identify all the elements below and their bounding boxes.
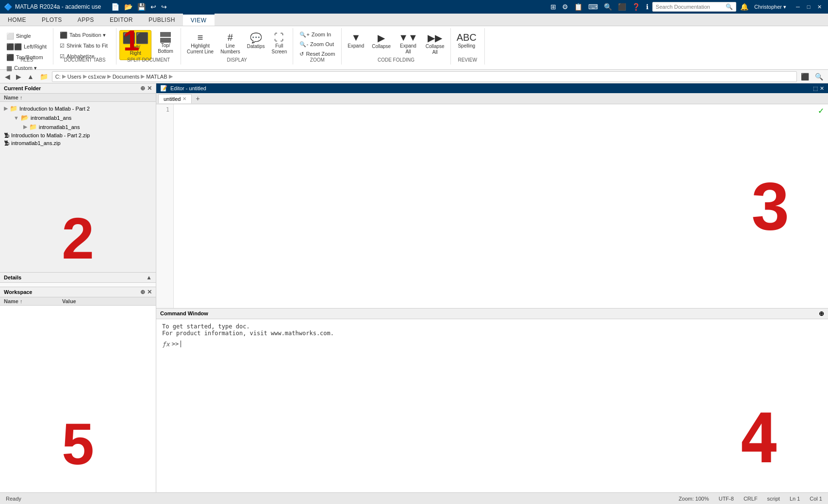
icon6[interactable]: ⬛ — [616, 2, 628, 12]
left-right-tile-btn[interactable]: ⬛⬛ Left/Right — [3, 42, 50, 51]
back-btn[interactable]: ◀ — [3, 72, 12, 81]
folder-close-btn[interactable]: ✕ — [147, 85, 152, 92]
datatips-btn[interactable]: 💬 Datatips — [244, 30, 268, 60]
close-btn[interactable]: ✕ — [814, 2, 824, 12]
add-tab-btn[interactable]: + — [192, 93, 203, 104]
up-btn[interactable]: ▲ — [25, 72, 36, 81]
icon2[interactable]: ⚙ — [560, 2, 570, 12]
command-window: Command Window ⊕ To get started, type do… — [156, 309, 828, 492]
zip-icon-1: 🗜 — [4, 132, 9, 138]
ribbon-group-tiles: ⬜ Single ⬛⬛ Left/Right ⬛ Top/Bottom ▦ Cu… — [0, 28, 53, 65]
cmd-line1: To get started, type doc. — [162, 323, 822, 330]
split-group-label: SPLIT DOCUMENT — [116, 56, 181, 64]
folder-item-intromatlab1ans-sub[interactable]: ▶ 📁 intromatlab1_ans — [0, 122, 156, 131]
menu-home[interactable]: HOME — [0, 14, 34, 26]
workspace-expand-btn[interactable]: ⊕ — [140, 289, 145, 295]
single-tile-btn[interactable]: ⬜ Single — [3, 31, 50, 41]
ribbon-group-review: ABC Spelling REVIEW — [451, 28, 485, 65]
workspace-close-btn[interactable]: ✕ — [147, 289, 152, 295]
editor-content[interactable] — [174, 104, 828, 308]
app-icon: 🔷 — [4, 3, 12, 11]
folder-col-header: Name ↑ — [0, 94, 156, 102]
collapse-all-btn[interactable]: ▶▶ CollapseAll — [423, 30, 447, 60]
split-left-right-btn[interactable]: ⬛⬛ Left/Right — [119, 30, 151, 60]
editor-close-btn[interactable]: ✕ — [820, 85, 824, 92]
status-right: Zoom: 100% UTF-8 CRLF script Ln 1 Col 1 — [679, 496, 822, 502]
editor-undock-btn[interactable]: ⬚ — [813, 85, 818, 92]
tab-close-btn[interactable]: ✕ — [182, 96, 186, 101]
spelling-icon: ABC — [457, 32, 477, 43]
tabs-position-btn[interactable]: ⬛ Tabs Position ▾ — [56, 30, 109, 40]
folder-icon-3: 📁 — [29, 123, 37, 130]
minimize-btn[interactable]: ─ — [793, 2, 803, 12]
spelling-btn[interactable]: ABC Spelling — [454, 30, 480, 60]
shrink-tabs-btn[interactable]: ☑ Shrink Tabs to Fit — [56, 41, 111, 50]
workspace-panel: Workspace ⊕ ✕ Name ↑ Value 5 — [0, 287, 156, 492]
forward-btn[interactable]: ▶ — [14, 72, 23, 81]
user-icon[interactable]: Christopher ▾ — [752, 3, 788, 11]
notification-icon[interactable]: 🔔 — [738, 2, 750, 12]
folder-item-intromatlab1ans[interactable]: ▼ 📂 intromatlab1_ans — [0, 113, 156, 122]
folder-item-intromatlab1ans-zip[interactable]: 🗜 intromatlab1_ans.zip — [0, 139, 156, 147]
folder-expand-btn[interactable]: ⊕ — [140, 85, 145, 92]
expand-all-btn[interactable]: ▼▼ ExpandAll — [396, 30, 421, 60]
icon5[interactable]: 🔍 — [602, 2, 614, 12]
cmd-expand-btn[interactable]: ⊕ — [819, 310, 824, 317]
addr-matlab: MATLAB — [146, 74, 167, 80]
zoom-in-btn[interactable]: 🔍+ Zoom In — [296, 30, 334, 39]
line-numbers-btn[interactable]: # LineNumbers — [217, 30, 243, 60]
icon8[interactable]: ℹ — [644, 2, 650, 12]
shrink-tabs-icon: ☑ — [60, 43, 65, 49]
app-title: MATLAB R2024a - academic use — [15, 3, 101, 10]
window-controls: ⊞ ⚙ 📋 ⌨ 🔍 ⬛ ❓ ℹ 🔍 🔔 Christopher ▾ ─ □ ✕ — [548, 2, 824, 12]
folding-group-label: CODE FOLDING — [342, 56, 450, 64]
save-btn[interactable]: 💾 — [136, 2, 147, 11]
title-bar: 🔷 MATLAB R2024a - academic use 📄 📂 💾 ↩ ↪… — [0, 0, 828, 14]
cmd-body[interactable]: To get started, type doc. For product in… — [156, 319, 828, 492]
search-documentation[interactable]: 🔍 — [652, 2, 736, 12]
zoom-out-icon: 🔍- — [299, 41, 308, 48]
undo-btn[interactable]: ↩ — [149, 2, 158, 11]
maximize-btn[interactable]: □ — [804, 2, 813, 12]
expand-btn[interactable]: ▼ Expand — [345, 30, 367, 60]
details-collapse-btn[interactable]: ▲ — [146, 274, 152, 281]
redo-btn[interactable]: ↪ — [160, 2, 168, 11]
toolbar: ◀ ▶ ▲ 📁 C: ▶ Users ▶ cs1xcw ▶ Documents … — [0, 70, 828, 83]
title-left: 🔷 MATLAB R2024a - academic use 📄 📂 💾 ↩ ↪ — [4, 2, 168, 11]
folder-item-intro2[interactable]: ▶ 📁 Introduction to Matlab - Part 2 — [0, 104, 156, 113]
workspace-header: Workspace ⊕ ✕ — [0, 287, 156, 297]
editor-status-ok: ✓ — [818, 106, 824, 115]
menu-apps[interactable]: APPS — [70, 14, 102, 26]
address-bar[interactable]: C: ▶ Users ▶ cs1xcw ▶ Documents ▶ MATLAB… — [52, 71, 797, 82]
menu-publish[interactable]: PUBLISH — [141, 14, 183, 26]
icon1[interactable]: ⊞ — [548, 2, 558, 12]
ws-name-col: Name ↑ — [4, 298, 62, 304]
icon4[interactable]: ⌨ — [586, 2, 600, 12]
menu-view[interactable]: VIEW — [183, 14, 215, 26]
zoom-out-btn[interactable]: 🔍- Zoom Out — [296, 40, 337, 49]
full-screen-btn[interactable]: ⛶ FullScreen — [268, 30, 290, 60]
collapse-btn[interactable]: ▶ Collapse — [369, 30, 394, 60]
ribbon-group-display: ≡ HighlightCurrent Line # LineNumbers 💬 … — [181, 28, 293, 65]
custom-tile-btn[interactable]: ▦ Custom ▾ — [3, 63, 50, 73]
split-top-bottom-btn[interactable]: Top/Bottom — [153, 30, 178, 60]
menu-editor[interactable]: EDITOR — [102, 14, 141, 26]
folder-item-intro2-zip[interactable]: 🗜 Introduction to Matlab - Part 2.zip — [0, 131, 156, 139]
help-icon[interactable]: ❓ — [630, 2, 642, 12]
icon3[interactable]: 📋 — [572, 2, 584, 12]
editor-tab-untitled[interactable]: untitled ✕ — [158, 94, 192, 103]
new-file-btn[interactable]: 📄 — [110, 2, 121, 11]
zoom-group-label: ZOOM — [293, 56, 341, 64]
status-eol: CRLF — [744, 496, 758, 502]
expand-addr-btn[interactable]: ⬛ — [799, 72, 811, 81]
details-title: Details — [4, 275, 21, 280]
search-folder-btn[interactable]: 🔍 — [813, 72, 825, 81]
menu-plots[interactable]: PLOTS — [34, 14, 70, 26]
highlight-current-line-btn[interactable]: ≡ HighlightCurrent Line — [184, 30, 216, 60]
review-group-label: REVIEW — [451, 56, 484, 64]
open-btn[interactable]: 📂 — [123, 2, 134, 11]
search-doc-input[interactable] — [656, 4, 724, 10]
ribbon-group-folding: ▼ Expand ▶ Collapse ▼▼ ExpandAll ▶▶ Coll… — [342, 28, 450, 65]
current-folder-header: Current Folder ⊕ ✕ — [0, 83, 156, 94]
browse-btn[interactable]: 📁 — [38, 72, 50, 81]
